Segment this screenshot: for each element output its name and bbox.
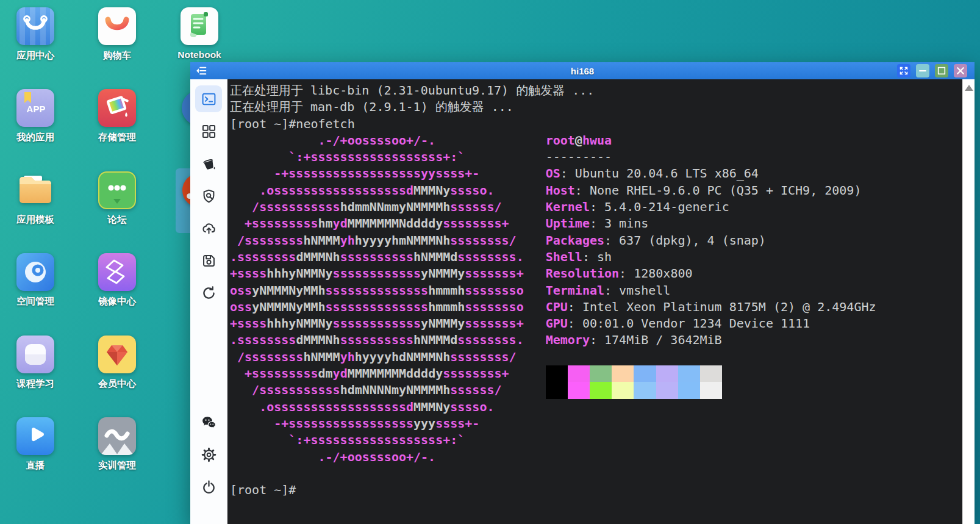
forum-icon[interactable] bbox=[98, 171, 136, 209]
palette-swatch bbox=[634, 382, 656, 398]
desktop-icon-course-learning[interactable]: 课程学习 bbox=[2, 336, 69, 390]
palette-swatch bbox=[612, 365, 634, 382]
live-streaming-icon[interactable] bbox=[16, 417, 54, 455]
neofetch-info-shell: Shell: sh bbox=[546, 249, 876, 265]
window-controls bbox=[897, 64, 967, 77]
neofetch-info-gpu: GPU: 00:01.0 Vendor 1234 Device 1111 bbox=[546, 315, 876, 332]
palette-swatch bbox=[656, 382, 678, 398]
desktop-icon-label: 我的应用 bbox=[16, 131, 54, 144]
palette-swatch bbox=[612, 382, 634, 398]
training-management-icon[interactable] bbox=[98, 417, 136, 455]
minimize-button[interactable] bbox=[916, 64, 929, 77]
maximize-button[interactable] bbox=[935, 64, 948, 77]
palette-swatch bbox=[634, 365, 656, 382]
neofetch-info-host: Host: None RHEL-9.6.0 PC (Q35 + ICH9, 20… bbox=[546, 182, 876, 199]
storage-management-icon[interactable] bbox=[98, 89, 136, 127]
sidebar-paint-bucket-icon[interactable] bbox=[195, 150, 222, 177]
terminal-prompt: [root ~]# bbox=[230, 482, 962, 498]
sidebar-wechat-icon[interactable] bbox=[195, 409, 222, 436]
window-sidebar bbox=[190, 79, 227, 524]
palette-swatch bbox=[700, 382, 722, 398]
palette-swatch bbox=[546, 382, 568, 398]
close-button[interactable] bbox=[954, 64, 967, 77]
sidebar-refresh-icon[interactable] bbox=[195, 279, 222, 306]
palette-swatch bbox=[590, 365, 612, 382]
svg-text:APP: APP bbox=[27, 104, 46, 114]
palette-swatch bbox=[678, 365, 700, 382]
neofetch-info-uptime: Uptime: 3 mins bbox=[546, 215, 876, 232]
terminal-scrollbar[interactable] bbox=[962, 79, 975, 524]
terminal-line: 正在处理用于 libc-bin (2.31-0ubuntu9.17) 的触发器 … bbox=[230, 82, 962, 99]
my-apps-icon[interactable]: APP bbox=[16, 89, 54, 127]
desktop-icon-live-streaming[interactable]: 直播 bbox=[2, 417, 69, 472]
desktop-icon-label: 课程学习 bbox=[16, 378, 54, 390]
member-center-icon[interactable] bbox=[98, 336, 136, 373]
desktop-icon-label: 购物车 bbox=[103, 49, 132, 62]
desktop-icon-label: Notebook bbox=[177, 49, 221, 60]
window-body: 正在处理用于 libc-bin (2.31-0ubuntu9.17) 的触发器 … bbox=[190, 79, 975, 524]
sidebar-save-icon[interactable] bbox=[195, 247, 222, 274]
shopping-cart-icon[interactable] bbox=[98, 7, 136, 45]
palette-swatch bbox=[590, 382, 612, 398]
app-center-icon[interactable] bbox=[16, 7, 54, 45]
palette-swatch bbox=[656, 365, 678, 382]
desktop-icon-forum[interactable]: 论坛 bbox=[84, 171, 151, 226]
neofetch-info-os: OS: Ubuntu 20.04.6 LTS x86_64 bbox=[546, 165, 876, 182]
neofetch-separator: --------- bbox=[546, 149, 876, 165]
desktop-icon-training-management[interactable]: 实训管理 bbox=[84, 417, 151, 472]
sidebar-apps-grid-icon[interactable] bbox=[195, 118, 222, 145]
desktop-icon-label: 实训管理 bbox=[98, 459, 136, 472]
desktop-icon-app-center[interactable]: 应用中心 bbox=[2, 7, 69, 62]
neofetch-info-cpu: CPU: Intel Xeon Platinum 8175M (2) @ 2.4… bbox=[546, 299, 876, 315]
neofetch-info-terminal: Terminal: vmshell bbox=[546, 282, 876, 299]
notebook-icon[interactable] bbox=[181, 7, 218, 45]
app-templates-icon[interactable] bbox=[16, 171, 54, 209]
space-management-icon[interactable] bbox=[16, 253, 54, 291]
sidebar-cloud-upload-icon[interactable] bbox=[195, 215, 222, 242]
neofetch-info-packages: Packages: 637 (dpkg), 4 (snap) bbox=[546, 232, 876, 249]
desktop-icon-member-center[interactable]: 会员中心 bbox=[84, 336, 151, 390]
ubuntu-ascii-logo: .-/+oossssoo+/-. `:+ssssssssssssssssss+:… bbox=[230, 132, 524, 465]
sidebar-power-icon[interactable] bbox=[195, 473, 222, 500]
terminal-palette-row bbox=[546, 365, 876, 382]
desktop-icon-label: 直播 bbox=[26, 459, 45, 472]
sidebar-collapse-icon[interactable] bbox=[195, 64, 208, 77]
window-title: hi168 bbox=[190, 66, 975, 76]
desktop-icon-label: 应用模板 bbox=[16, 214, 54, 226]
desktop-icon-label: 会员中心 bbox=[98, 378, 136, 390]
terminal-window: hi168 正在处理用于 libc-bin (2.31-0ubuntu9.17)… bbox=[190, 62, 975, 524]
sidebar-bottom-group bbox=[195, 409, 222, 506]
desktop-icon-notebook[interactable]: Notebook bbox=[166, 7, 233, 60]
desktop-icon-storage-management[interactable]: 存储管理 bbox=[84, 89, 151, 144]
terminal-line: 正在处理用于 man-db (2.9.1-1) 的触发器 ... bbox=[230, 99, 962, 115]
image-center-icon[interactable] bbox=[98, 253, 136, 291]
desktop-icon-app-templates[interactable]: 应用模板 bbox=[2, 171, 69, 226]
desktop-icon-label: 空间管理 bbox=[16, 295, 54, 308]
desktop-icon-my-apps[interactable]: APP我的应用 bbox=[2, 89, 69, 144]
sidebar-security-scan-icon[interactable] bbox=[195, 182, 222, 209]
neofetch-user-host: root@hwua bbox=[546, 132, 876, 149]
neofetch-info-resolution: Resolution: 1280x800 bbox=[546, 265, 876, 282]
course-learning-icon[interactable] bbox=[16, 336, 54, 373]
terminal-palette-row bbox=[546, 382, 876, 398]
desktop-icon-shopping-cart[interactable]: 购物车 bbox=[84, 7, 151, 62]
palette-swatch bbox=[678, 382, 700, 398]
window-titlebar[interactable]: hi168 bbox=[190, 62, 975, 79]
terminal-line bbox=[230, 465, 962, 482]
desktop-icon-label: 镜像中心 bbox=[98, 295, 136, 308]
palette-swatch bbox=[568, 382, 590, 398]
neofetch-info-kernel: Kernel: 5.4.0-214-generic bbox=[546, 199, 876, 215]
neofetch-info-memory: Memory: 174MiB / 3642MiB bbox=[546, 332, 876, 348]
desktop-icon-image-center[interactable]: 镜像中心 bbox=[84, 253, 151, 308]
terminal-output[interactable]: 正在处理用于 libc-bin (2.31-0ubuntu9.17) 的触发器 … bbox=[227, 79, 962, 524]
desktop-icon-label: 存储管理 bbox=[98, 131, 136, 144]
fullscreen-button[interactable] bbox=[897, 64, 910, 77]
sidebar-terminal-icon[interactable] bbox=[195, 85, 222, 112]
scrollbar-up-arrow-icon[interactable] bbox=[965, 85, 973, 91]
neofetch-output: .-/+oossssoo+/-. `:+ssssssssssssssssss+:… bbox=[230, 132, 962, 465]
neofetch-info: root@hwua---------OS: Ubuntu 20.04.6 LTS… bbox=[546, 132, 876, 399]
desktop-icon-space-management[interactable]: 空间管理 bbox=[2, 253, 69, 308]
terminal-line: [root ~]#neofetch bbox=[230, 116, 962, 132]
desktop-icon-label: 论坛 bbox=[108, 214, 127, 226]
sidebar-settings-icon[interactable] bbox=[195, 441, 222, 468]
